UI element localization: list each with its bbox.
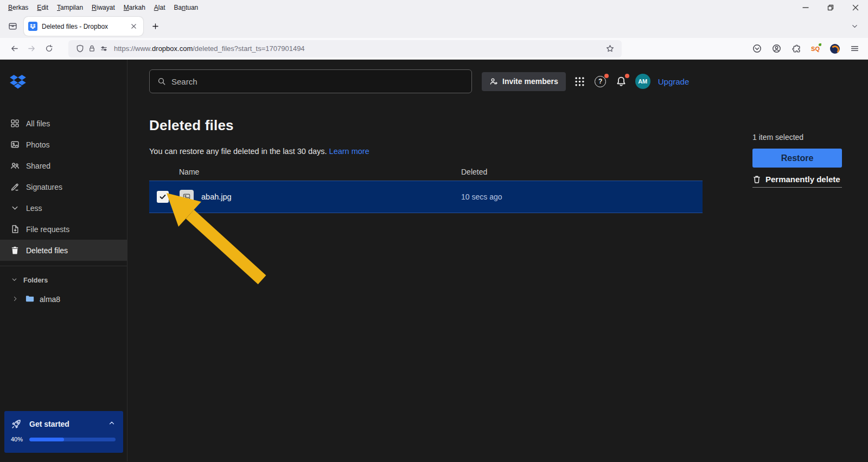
get-started-panel[interactable]: Get started 40%	[4, 411, 123, 453]
person-add-icon	[489, 77, 498, 86]
pocket-icon	[752, 44, 762, 53]
extensions-button[interactable]	[788, 41, 804, 57]
avatar[interactable]: AM	[635, 74, 650, 89]
photos-icon	[10, 140, 20, 150]
extension-sq-icon: SQ	[811, 46, 820, 52]
extension-sq-button[interactable]: SQ	[807, 41, 824, 57]
url-text: https://www.dropbox.com/deleted_files?st…	[114, 44, 603, 53]
sidebar-item-label: Shared	[26, 162, 50, 170]
list-all-tabs-button[interactable]	[847, 20, 861, 34]
restore-button[interactable]: Restore	[752, 149, 842, 168]
sidebar-item-file-requests[interactable]: File requests	[0, 219, 127, 240]
menu-history[interactable]: Riwayat	[88, 2, 119, 14]
dropbox-favicon	[28, 22, 37, 31]
dropbox-logo[interactable]	[10, 75, 127, 91]
sidebar-item-signatures[interactable]: Signatures	[0, 176, 127, 197]
app-menu-button[interactable]	[846, 41, 863, 57]
restore-icon	[827, 4, 834, 11]
sidebar-item-label: Deleted files	[26, 246, 68, 255]
reload-icon	[45, 44, 53, 53]
signature-pen-icon	[10, 182, 20, 192]
sidebar-item-shared[interactable]: Shared	[0, 155, 127, 176]
sidebar-folder-alma8[interactable]: alma8	[0, 290, 127, 309]
pocket-button[interactable]	[749, 41, 765, 57]
search-icon	[157, 77, 166, 86]
main-content: Search Invite members ?	[127, 60, 868, 461]
close-button[interactable]	[843, 0, 868, 15]
progress-bar	[29, 438, 116, 441]
permanently-delete-button[interactable]: Permanently delete	[752, 175, 842, 188]
restore-button[interactable]	[818, 0, 843, 15]
menu-view[interactable]: Tampilan	[53, 2, 87, 14]
menu-edit[interactable]: Edit	[33, 2, 52, 14]
forward-icon	[28, 44, 36, 53]
notifications-button[interactable]	[615, 75, 628, 88]
sidebar-item-deleted-files[interactable]: Deleted files	[0, 240, 127, 261]
progress-fill	[29, 438, 64, 441]
folder-icon	[25, 294, 34, 305]
notification-dot	[625, 74, 629, 78]
selection-action-panel: 1 item selected Restore Permanently dele…	[752, 133, 842, 188]
firefox-view-button[interactable]	[4, 18, 21, 35]
chevron-right-icon[interactable]	[12, 295, 18, 304]
sidebar-item-photos[interactable]: Photos	[0, 134, 127, 155]
menu-file[interactable]: Berkas	[4, 2, 32, 14]
file-requests-icon	[10, 224, 20, 234]
tab-close-button[interactable]	[128, 21, 139, 32]
all-files-icon	[10, 119, 20, 129]
column-header-name[interactable]: Name	[179, 168, 199, 176]
sidebar-item-less[interactable]: Less	[0, 197, 127, 219]
dropbox-logo-icon	[10, 75, 26, 89]
get-started-label: Get started	[29, 420, 69, 428]
extension-swirl-button[interactable]	[827, 41, 843, 57]
account-button[interactable]	[768, 41, 784, 57]
selected-count: 1 item selected	[752, 133, 842, 142]
bookmark-star-button[interactable]	[603, 42, 616, 55]
menu-help[interactable]: Bantuan	[170, 2, 202, 14]
tracking-protection-shield-icon[interactable]	[74, 43, 86, 55]
table-row[interactable]: abah.jpg 10 secs ago	[149, 181, 703, 213]
folders-section-header[interactable]: Folders	[0, 271, 127, 290]
chevron-down-icon	[851, 23, 858, 30]
close-icon	[852, 4, 859, 11]
extension-sq-leaf	[819, 43, 821, 46]
dropbox-page: All files Photos Shared Signatures	[0, 60, 868, 461]
sidebar-item-all-files[interactable]: All files	[0, 113, 127, 134]
forward-button[interactable]	[23, 41, 40, 57]
page-title: Deleted files	[149, 117, 868, 134]
invite-members-button[interactable]: Invite members	[482, 72, 566, 91]
new-tab-button[interactable]	[148, 19, 163, 34]
plus-icon	[152, 23, 158, 29]
file-name: abah.jpg	[201, 193, 232, 201]
column-header-deleted[interactable]: Deleted	[461, 168, 703, 176]
menu-bookmarks[interactable]: Markah	[120, 2, 149, 14]
reload-button[interactable]	[40, 41, 58, 57]
folder-label: alma8	[40, 295, 60, 304]
row-checkbox[interactable]	[157, 191, 169, 203]
tab-close-icon	[131, 23, 137, 29]
site-permissions-icon[interactable]	[98, 43, 110, 55]
url-bar[interactable]: https://www.dropbox.com/deleted_files?st…	[68, 40, 622, 57]
puzzle-icon	[792, 44, 801, 53]
progress-percent: 40%	[11, 436, 29, 442]
learn-more-link[interactable]: Learn more	[329, 147, 369, 156]
help-button[interactable]: ?	[594, 75, 607, 88]
minimize-button[interactable]	[793, 0, 818, 15]
checkmark-icon	[159, 193, 167, 201]
tab-deleted-files[interactable]: Deleted files - Dropbox	[24, 17, 143, 36]
menu-bar: Berkas Edit Tampilan Riwayat Markah Alat…	[0, 0, 868, 15]
lock-icon[interactable]	[86, 43, 98, 55]
browser-window: Berkas Edit Tampilan Riwayat Markah Alat…	[0, 0, 868, 462]
upgrade-link[interactable]: Upgrade	[658, 77, 690, 86]
menu-tools[interactable]: Alat	[150, 2, 169, 14]
grid-icon	[575, 76, 585, 87]
sidebar-item-label: All files	[26, 119, 50, 128]
notification-dot	[604, 74, 609, 78]
bell-icon	[616, 76, 627, 87]
apps-grid-button[interactable]	[573, 75, 586, 88]
minimize-icon	[802, 4, 809, 11]
account-icon	[772, 44, 781, 53]
back-button[interactable]	[5, 41, 23, 57]
search-input[interactable]: Search	[149, 69, 472, 93]
chevron-up-icon[interactable]	[108, 419, 116, 429]
